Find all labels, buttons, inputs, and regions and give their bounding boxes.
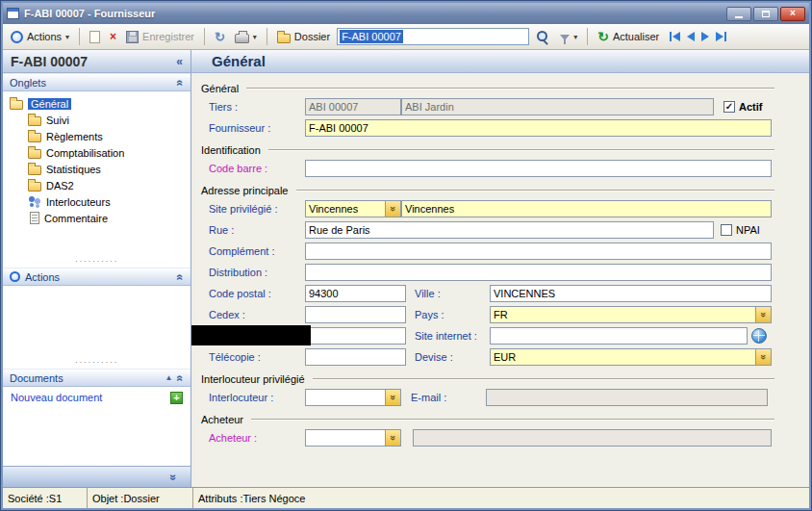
status-attributs: Attributs :Tiers Négoce <box>193 488 809 508</box>
next-record-button[interactable] <box>701 32 709 41</box>
open-folder-icon <box>10 100 23 110</box>
telecopie-input[interactable] <box>305 348 406 366</box>
main-panel: Général Général Tiers : ✓ Actif <box>191 50 809 487</box>
distribution-label: Distribution : <box>209 267 305 278</box>
tiers-name-field[interactable] <box>401 98 714 115</box>
tree-item-general[interactable]: Général <box>3 95 190 112</box>
onglets-section-header[interactable]: Onglets « <box>3 73 190 91</box>
code-barre-input[interactable] <box>305 160 772 177</box>
site-privilegie-combobox[interactable]: Vincennes » <box>305 200 401 217</box>
note-icon <box>30 212 39 224</box>
cedex-pays-row: Cedex : Pays : FR » <box>209 305 773 323</box>
cedex-input[interactable] <box>305 306 406 323</box>
tree-item-statistiques[interactable]: Statistiques <box>3 161 190 177</box>
documents-section-header[interactable]: Documents ▲ « <box>3 369 190 387</box>
collapse-sidebar-icon[interactable]: « <box>176 55 183 68</box>
actif-label: Actif <box>739 101 762 113</box>
first-record-button[interactable] <box>670 32 680 41</box>
telecopie-label: Télécopie : <box>209 351 305 363</box>
app-icon <box>7 8 19 19</box>
first-bar <box>670 32 672 41</box>
section-divider <box>268 149 774 151</box>
combo-dropdown-button[interactable]: » <box>385 390 400 405</box>
globe-icon[interactable] <box>751 328 767 344</box>
tree-item-das2[interactable]: DAS2 <box>3 177 190 193</box>
main-header: Général <box>191 50 809 73</box>
chevron-down-icon: » <box>388 206 398 211</box>
email-field[interactable] <box>486 389 768 406</box>
new-document-link[interactable]: Nouveau document <box>11 392 170 403</box>
code-postal-input[interactable] <box>305 285 406 302</box>
acheteur-name-field[interactable] <box>413 429 772 447</box>
close-button[interactable]: × <box>780 7 805 21</box>
toolbar: Actions ▾ × Enregistrer ↻ ▾ Dossier F-AB… <box>3 24 809 50</box>
add-document-button[interactable]: + <box>170 392 183 404</box>
rue-input[interactable] <box>305 221 714 239</box>
fournisseur-input[interactable] <box>305 119 772 137</box>
acheteur-row: Acheteur : » <box>209 428 773 447</box>
complement-input[interactable] <box>305 243 772 260</box>
maximize-button[interactable] <box>753 7 778 21</box>
tree-item-reglements[interactable]: Règlements <box>3 128 190 144</box>
telephone-input[interactable] <box>305 327 406 345</box>
search-input[interactable]: F-ABI 00007 <box>337 28 529 45</box>
acheteur-label: Acheteur : <box>209 432 305 444</box>
site-internet-input[interactable] <box>490 327 748 345</box>
pays-combobox[interactable]: FR » <box>490 306 772 323</box>
distribution-input[interactable] <box>305 264 772 281</box>
dossier-button[interactable]: Dossier <box>274 29 333 45</box>
tree-item-commentaire[interactable]: Commentaire <box>3 210 190 226</box>
refresh-button[interactable]: ↻ Actualiser <box>595 27 662 46</box>
print-button[interactable]: ▾ <box>232 28 260 45</box>
tree-item-suivi[interactable]: Suivi <box>3 112 190 128</box>
tree-item-comptabilisation[interactable]: Comptabilisation <box>3 144 190 161</box>
previous-record-button[interactable] <box>687 32 695 41</box>
chevron-up-icon: « <box>174 374 188 381</box>
last-record-button[interactable] <box>716 32 726 41</box>
sync-button[interactable]: ↻ <box>212 28 228 46</box>
minimize-button[interactable] <box>726 7 751 21</box>
combo-dropdown-button[interactable]: » <box>755 307 771 322</box>
section-identification: Identification <box>201 142 774 157</box>
devise-combobox[interactable]: EUR » <box>490 348 772 366</box>
close-icon: × <box>790 9 796 18</box>
acheteur-combobox[interactable]: » <box>305 429 401 447</box>
interlocuteur-combobox[interactable]: » <box>305 389 401 406</box>
new-button[interactable] <box>87 29 103 45</box>
toolbar-separator <box>79 28 80 45</box>
tree-item-interlocuteurs[interactable]: Interlocuteurs <box>3 193 190 210</box>
dotted-separator: ∙∙∙∙∙∙∙∙∙∙ <box>3 256 190 268</box>
tree-item-label: Général <box>28 98 71 110</box>
filter-button[interactable]: ▾ <box>557 31 580 43</box>
delete-button[interactable]: × <box>107 28 119 45</box>
ville-input[interactable] <box>490 285 772 302</box>
actions-section-header[interactable]: Actions « <box>3 268 190 286</box>
actions-menu-button[interactable]: Actions ▾ <box>8 29 72 45</box>
save-button[interactable]: Enregistrer <box>123 29 197 45</box>
site-privilegie-row: Site privilégié : Vincennes » <box>209 199 773 217</box>
dotted-separator: ∙∙∙∙∙∙∙∙∙∙ <box>3 357 190 369</box>
tiers-code-field[interactable] <box>305 98 401 115</box>
folder-icon <box>28 182 41 192</box>
complement-row: Complément : <box>209 242 773 260</box>
sidebar-header: F-ABI 00007 « <box>3 50 190 73</box>
dossier-label: Dossier <box>294 31 330 42</box>
code-barre-row: Code barre : <box>209 159 773 177</box>
fournisseur-row: Fournisseur : <box>209 118 773 137</box>
redacted-label-area <box>191 325 311 345</box>
sync-icon: ↻ <box>215 30 225 44</box>
npai-checkbox[interactable] <box>721 224 732 236</box>
site-privilegie-label: Site privilégié : <box>209 203 305 215</box>
onglets-header-label: Onglets <box>10 77 172 89</box>
actif-checkbox[interactable]: ✓ <box>723 101 735 113</box>
chevron-down-icon[interactable]: » <box>167 473 181 480</box>
chevron-down-icon: » <box>758 354 769 359</box>
new-page-icon <box>89 31 100 43</box>
tree-item-label: Interlocuteurs <box>46 196 111 208</box>
devise-selected: EUR <box>491 349 771 365</box>
site-privilegie-name-input[interactable] <box>401 200 772 217</box>
combo-dropdown-button[interactable]: » <box>755 349 771 365</box>
combo-dropdown-button[interactable]: » <box>385 201 400 217</box>
combo-dropdown-button[interactable]: » <box>385 430 400 446</box>
search-button[interactable] <box>533 28 553 46</box>
